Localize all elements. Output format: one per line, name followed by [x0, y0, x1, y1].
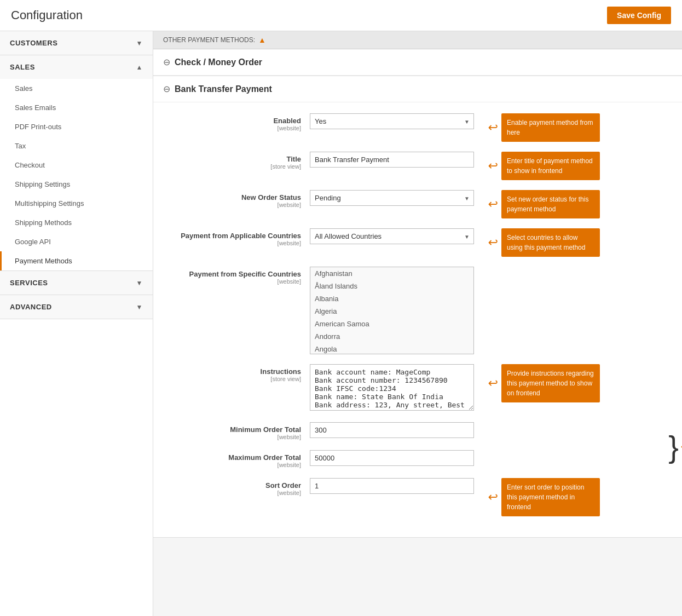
- other-payment-label: OTHER PAYMENT METHODS:: [163, 36, 255, 44]
- bank-transfer-header[interactable]: ⊖ Bank Transfer Payment: [153, 76, 682, 102]
- instructions-row: Instructions [store view] Bank account n…: [170, 364, 666, 412]
- applicable-countries-tooltip: Select countries to allow using this pay…: [501, 228, 600, 257]
- enabled-label: Enabled: [170, 117, 301, 125]
- sidebar-sales-label: SALES: [10, 63, 35, 71]
- enabled-label-col: Enabled [website]: [170, 113, 301, 131]
- check-money-header[interactable]: ⊖ Check / Money Order: [153, 49, 682, 76]
- order-status-annotation: ↪ Set new order status for this payment …: [488, 190, 600, 218]
- sidebar-item-sales[interactable]: Sales: [0, 79, 153, 98]
- check-money-collapse-icon: ⊖: [163, 57, 170, 67]
- list-item[interactable]: Algeria: [310, 305, 473, 318]
- instructions-sublabel: [store view]: [170, 376, 301, 382]
- min-order-control: [310, 422, 474, 438]
- customers-chevron: ▼: [136, 39, 143, 47]
- order-status-select[interactable]: Pending Processing Complete: [310, 190, 474, 206]
- brace-icon: }: [668, 431, 679, 462]
- list-item[interactable]: Angola: [310, 343, 473, 354]
- order-status-control: Pending Processing Complete: [310, 190, 474, 206]
- order-status-tooltip: Set new order status for this payment me…: [501, 190, 600, 218]
- list-item[interactable]: Albania: [310, 292, 473, 305]
- sort-order-annotation: ↪ Enter sort order to position this paym…: [488, 478, 600, 516]
- sidebar-item-pdf-printouts[interactable]: PDF Print-outs: [0, 117, 153, 136]
- list-item[interactable]: Andorra: [310, 330, 473, 343]
- sort-order-label-col: Sort Order [website]: [170, 478, 301, 496]
- title-annotation: ↪ Enter title of payment method to show …: [488, 152, 600, 180]
- enabled-row: Enabled [website] Yes No ↪ Enable paymen…: [170, 113, 666, 142]
- sidebar-sales-header[interactable]: SALES ▲: [0, 55, 153, 79]
- instructions-textarea[interactable]: Bank account name: MageComp Bank account…: [310, 364, 474, 411]
- sidebar-section-advanced: ADVANCED ▼: [0, 295, 153, 319]
- sidebar-item-shipping-methods[interactable]: Shipping Methods: [0, 213, 153, 232]
- applicable-countries-label: Payment from Applicable Countries: [170, 232, 301, 240]
- sidebar-item-shipping-settings[interactable]: Shipping Settings: [0, 175, 153, 194]
- max-order-label-col: Maximum Order Total [website]: [170, 450, 301, 468]
- sidebar-advanced-header[interactable]: ADVANCED ▼: [0, 295, 153, 319]
- enabled-tooltip: Enable payment method from here: [501, 113, 600, 142]
- order-status-arrow-icon: ↪: [488, 197, 498, 211]
- applicable-countries-select[interactable]: All Allowed Countries Specific Countries: [310, 228, 474, 244]
- applicable-countries-label-col: Payment from Applicable Countries [websi…: [170, 228, 301, 246]
- sidebar-sales-items: Sales Sales Emails PDF Print-outs Tax Ch…: [0, 79, 153, 270]
- specific-countries-label-col: Payment from Specific Countries [website…: [170, 267, 301, 285]
- title-label: Title: [170, 155, 301, 163]
- sidebar-item-google-api[interactable]: Google API: [0, 232, 153, 251]
- sidebar-item-tax[interactable]: Tax: [0, 136, 153, 156]
- check-money-section: ⊖ Check / Money Order: [153, 49, 682, 76]
- sidebar-section-services: SERVICES ▼: [0, 271, 153, 295]
- sidebar-customers-header[interactable]: CUSTOMERS ▼: [0, 31, 153, 55]
- sort-order-tooltip: Enter sort order to position this paymen…: [501, 478, 600, 516]
- title-input[interactable]: [310, 152, 474, 168]
- max-order-row: Maximum Order Total [website]: [170, 450, 666, 468]
- other-payment-toggle-icon: ▲: [258, 36, 266, 44]
- sidebar-item-checkout[interactable]: Checkout: [0, 156, 153, 175]
- min-max-container: Minimum Order Total [website] Maximum Or…: [170, 422, 666, 468]
- instructions-annotation: ↪ Provide instructions regarding this pa…: [488, 364, 600, 402]
- sidebar-item-multishipping[interactable]: Multishipping Settings: [0, 194, 153, 213]
- specific-countries-sublabel: [website]: [170, 278, 301, 285]
- max-order-sublabel: [website]: [170, 462, 301, 468]
- applicable-countries-row: Payment from Applicable Countries [websi…: [170, 228, 666, 257]
- sales-chevron: ▲: [136, 64, 143, 71]
- specific-countries-control: Afghanistan Åland Islands Albania Algeri…: [310, 267, 474, 354]
- max-order-control: [310, 450, 474, 466]
- order-status-label: New Order Status: [170, 193, 301, 202]
- max-order-label: Maximum Order Total: [170, 453, 301, 462]
- sort-order-label: Sort Order: [170, 481, 301, 490]
- sort-order-row: Sort Order [website] ↪ Enter sort order …: [170, 478, 666, 516]
- sort-order-control: [310, 478, 474, 494]
- min-order-label-col: Minimum Order Total [website]: [170, 422, 301, 440]
- enabled-sublabel: [website]: [170, 125, 301, 131]
- check-money-title: Check / Money Order: [175, 57, 262, 67]
- min-order-input[interactable]: [310, 422, 474, 438]
- instructions-label: Instructions: [170, 367, 301, 376]
- sort-order-sublabel: [website]: [170, 490, 301, 496]
- bank-transfer-section: ⊖ Bank Transfer Payment Enabled [website…: [153, 76, 682, 538]
- specific-countries-row: Payment from Specific Countries [website…: [170, 267, 666, 354]
- sidebar-item-sales-emails[interactable]: Sales Emails: [0, 98, 153, 117]
- min-order-label: Minimum Order Total: [170, 425, 301, 434]
- list-item[interactable]: Åland Islands: [310, 280, 473, 292]
- applicable-countries-arrow-icon: ↪: [488, 235, 498, 250]
- enabled-annotation: ↪ Enable payment method from here: [488, 113, 600, 142]
- sidebar-services-label: SERVICES: [10, 279, 48, 287]
- specific-countries-listbox[interactable]: Afghanistan Åland Islands Albania Algeri…: [310, 267, 474, 354]
- sidebar-item-payment-methods[interactable]: Payment Methods: [0, 251, 153, 270]
- save-config-button[interactable]: Save Config: [607, 7, 671, 24]
- sidebar-section-customers: CUSTOMERS ▼: [0, 31, 153, 55]
- title-arrow-icon: ↪: [488, 159, 498, 173]
- max-order-input[interactable]: [310, 450, 474, 466]
- bank-transfer-form: Enabled [website] Yes No ↪ Enable paymen…: [153, 102, 682, 537]
- min-max-annotation: } ↪ Set minimum and maximum order total …: [668, 428, 682, 466]
- instructions-label-col: Instructions [store view]: [170, 364, 301, 382]
- title-control: [310, 152, 474, 168]
- sidebar-services-header[interactable]: SERVICES ▼: [0, 271, 153, 295]
- bank-transfer-collapse-icon: ⊖: [163, 84, 170, 94]
- instructions-arrow-icon: ↪: [488, 376, 498, 390]
- services-chevron: ▼: [136, 279, 143, 287]
- enabled-control: Yes No: [310, 113, 474, 129]
- list-item[interactable]: Afghanistan: [310, 267, 473, 280]
- instructions-control: Bank account name: MageComp Bank account…: [310, 364, 474, 412]
- sort-order-input[interactable]: [310, 478, 474, 494]
- enabled-select[interactable]: Yes No: [310, 113, 474, 129]
- list-item[interactable]: American Samoa: [310, 318, 473, 330]
